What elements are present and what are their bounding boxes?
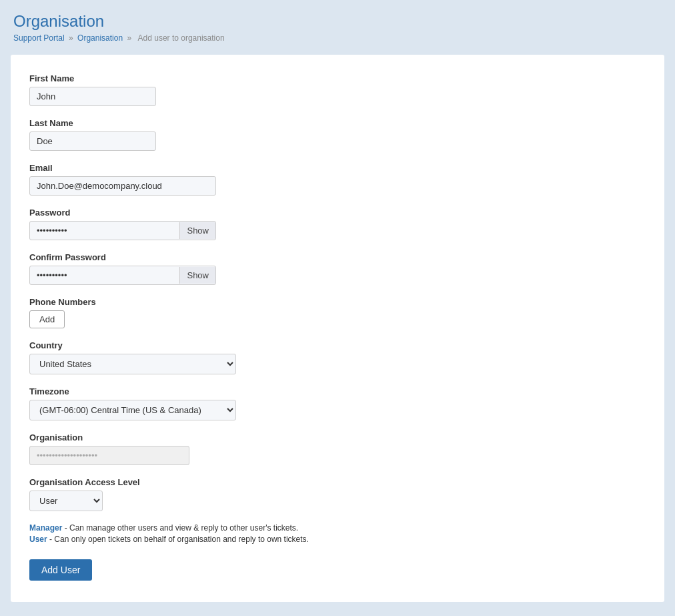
password-label: Password [29,208,646,218]
access-level-select[interactable]: User Manager [29,491,103,511]
breadcrumb-separator-1: » [69,33,73,43]
user-role-description: - Can only open tickets on behalf of org… [47,535,309,544]
confirm-password-label: Confirm Password [29,252,646,262]
form-card: First Name Last Name Email Password Show… [11,55,664,602]
manager-role-description: - Can manage other users and view & repl… [62,523,298,533]
country-select[interactable]: United States [29,354,236,374]
password-show-button[interactable]: Show [179,222,215,239]
organisation-field: Organisation [29,432,646,465]
timezone-label: Timezone [29,386,646,396]
user-role-name: User [29,535,47,544]
organisation-input [29,446,189,465]
password-field: Password Show [29,208,646,240]
last-name-label: Last Name [29,118,646,128]
phone-numbers-field: Phone Numbers Add [29,297,646,328]
confirm-password-show-button[interactable]: Show [179,267,215,284]
confirm-password-input[interactable] [30,266,179,284]
password-wrapper: Show [29,221,216,240]
manager-role-name: Manager [29,523,62,533]
add-phone-button[interactable]: Add [29,310,65,328]
country-label: Country [29,340,646,350]
breadcrumb-current: Add user to organisation [138,33,225,43]
organisation-label: Organisation [29,432,646,442]
page-title: Organisation [13,12,662,31]
password-input[interactable] [30,222,179,240]
confirm-password-field: Confirm Password Show [29,252,646,285]
first-name-field: First Name [29,73,646,106]
breadcrumb-support-portal[interactable]: Support Portal [13,33,65,43]
first-name-label: First Name [29,73,646,83]
first-name-input[interactable] [29,87,156,106]
page-header: Organisation Support Portal » Organisati… [0,0,675,48]
timezone-select[interactable]: (GMT-06:00) Central Time (US & Canada) [29,400,236,420]
last-name-input[interactable] [29,131,156,151]
manager-help-text: Manager - Can manage other users and vie… [29,523,646,533]
timezone-field: Timezone (GMT-06:00) Central Time (US & … [29,386,646,420]
email-label: Email [29,163,646,173]
phone-numbers-label: Phone Numbers [29,297,646,307]
access-level-field: Organisation Access Level User Manager [29,477,646,511]
confirm-password-wrapper: Show [29,266,216,285]
email-input[interactable] [29,176,216,196]
country-field: Country United States [29,340,646,374]
breadcrumb: Support Portal » Organisation » Add user… [13,33,662,43]
user-help-text: User - Can only open tickets on behalf o… [29,535,646,544]
breadcrumb-separator-2: » [127,33,131,43]
add-user-button[interactable]: Add User [29,559,92,581]
last-name-field: Last Name [29,118,646,151]
email-field: Email [29,163,646,196]
breadcrumb-organisation[interactable]: Organisation [77,33,123,43]
access-level-label: Organisation Access Level [29,477,646,487]
